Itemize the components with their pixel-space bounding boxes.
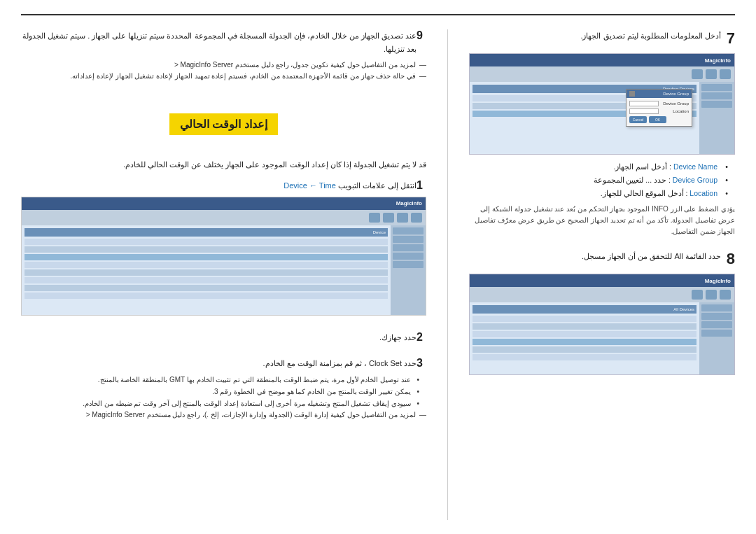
mi-row-8 [24, 293, 388, 299]
mi-row-2 [24, 246, 388, 253]
step1-text: انتقل إلى علامات التبويب [338, 181, 416, 190]
step7-number: 7 [727, 29, 735, 48]
step3-suffix: ، ثم قم بمزامنة الوقت مع الخادم. [262, 359, 366, 367]
mi-row-6 [24, 277, 388, 283]
step8-left-3 [701, 321, 732, 328]
mi-left-panel [391, 225, 426, 315]
dd-buttons: OK Cancel [629, 116, 689, 123]
device-group-desc-text: حدد ... لتعيين المجموعة [594, 176, 667, 184]
step1-link: Device ← Time [284, 181, 336, 190]
step8-number: 8 [727, 250, 735, 268]
step8-screenshot: MagicInfo [469, 274, 735, 375]
step3-row: 3 حدد Clock Set ، ثم قم بمزامنة الوقت مع… [21, 357, 426, 370]
dd-cancel-button[interactable]: Cancel [629, 116, 647, 123]
step7-left-3 [701, 101, 732, 108]
step9-text: عند تصديق الجهاز من خلال الخادم، فإن الج… [22, 31, 416, 53]
dd-close-button[interactable] [629, 91, 635, 97]
page-container: 9 عند تصديق الجهاز من خلال الخادم، فإن ا… [0, 0, 756, 534]
main-heading-box: إعداد الوقت الحالي [169, 113, 278, 135]
vertical-divider [447, 29, 448, 520]
info-note: يؤدي الضغط على الزر INFO الموجود بجهاز ا… [469, 204, 735, 237]
step2-content: حدد جهازك. [21, 331, 416, 344]
step7-nav-3 [692, 69, 703, 79]
nav-icon-3 [383, 213, 394, 223]
mi-left-item-1 [393, 227, 424, 234]
step7-top-bar: MagicInfo [470, 54, 734, 66]
step9-section: 9 عند تصديق الجهاز من خلال الخادم، فإن ا… [21, 29, 426, 82]
step7-left-2 [701, 92, 732, 99]
step8-row-4 [472, 339, 696, 345]
nav-icon-4 [369, 213, 380, 223]
mi-top-bar: MagicInfo [22, 197, 426, 210]
step8-left-2 [701, 313, 732, 320]
step8-top-bar: MagicInfo [470, 274, 734, 287]
step7-right-panel: Pending Devices Device Group [470, 82, 699, 154]
mi-logo: MagicInfo [396, 200, 422, 206]
dd-titlebar: Device Group [626, 90, 692, 98]
step3-highlight: Clock Set [369, 359, 402, 367]
dd-ok-button[interactable]: OK [649, 116, 666, 123]
step3-number: 3 [416, 357, 423, 370]
step8-right-panel: All Devices [470, 302, 699, 374]
mi-left-item-2 [393, 236, 424, 243]
dd-body: Device Group Location OK [626, 98, 692, 126]
step7-content-area: Pending Devices Device Group [470, 82, 734, 154]
main-content: 9 عند تصديق الجهاز من خلال الخادم، فإن ا… [21, 29, 735, 520]
mi-row-3 [24, 254, 388, 260]
step2-row: 2 حدد جهازك. [21, 331, 426, 344]
dd-location-label: Location [661, 109, 689, 113]
bullet-item-3: سيودي إيقاف تشغيل المنتج وتشغيله مرة أخر… [21, 398, 419, 409]
dd-device-group-input[interactable] [629, 101, 659, 106]
device-name-desc: : [667, 162, 671, 171]
step8-row-6 [472, 354, 696, 360]
step7-text: أدخل المعلومات المطلوبة ليتم تصديق الجها… [469, 29, 721, 43]
step8-row-2 [472, 323, 696, 330]
dd-row-1: Device Group [629, 101, 689, 106]
step1-row: 1 انتقل إلى علامات التبويب Device ← Time [21, 179, 426, 192]
step1-screenshot: MagicInfo [21, 197, 426, 316]
step7-bullets: Device Name : أدخل اسم الجهاز. Device Gr… [469, 160, 735, 200]
step8-row-5 [472, 346, 696, 353]
bullet-item-1: عند توصيل الخادم لأول مرة، يتم ضبط الوقت… [21, 374, 419, 386]
step8-section: 8 حدد القائمة All للتحقق من أن الجهاز مس… [469, 250, 735, 381]
right-column: 7 أدخل المعلومات المطلوبة ليتم تصديق الج… [469, 29, 735, 520]
dd-device-group-label: Device Group [661, 101, 689, 106]
mi-table-hdr: Device [24, 228, 388, 237]
step8-row-3 [472, 331, 696, 337]
location-desc-text: أدخل الموقع الحالي للجهاز. [601, 189, 684, 197]
step8-nav-3 [692, 290, 703, 300]
step7-row: 7 أدخل المعلومات المطلوبة ليتم تصديق الج… [469, 29, 735, 48]
device-name-label: Device Name [673, 162, 718, 171]
note2-line: في حالة حذف جهاز من قائمة الأجهزة المعتم… [21, 71, 426, 82]
step7-bullet-location: Location : أدخل الموقع الحالي للجهاز. [469, 187, 728, 200]
section-desc: قد لا يتم تشغيل الجدولة إذا كان إعداد ال… [21, 158, 426, 172]
step1-section: 1 انتقل إلى علامات التبويب Device ← Time… [21, 179, 426, 316]
step2-section: 2 حدد جهازك. [21, 331, 426, 349]
device-name-desc-text: أدخل اسم الجهاز. [613, 162, 667, 171]
dd-location-input[interactable] [629, 108, 659, 114]
step1-content: انتقل إلى علامات التبويب Device ← Time [21, 179, 416, 192]
nav-icon-2 [397, 213, 408, 223]
bullet-item-2: يمكن تغيير الوقت بالمنتج من الخادم كما ه… [21, 386, 419, 398]
mi-left-item-3 [393, 244, 424, 251]
mi-row-4 [24, 262, 388, 268]
step3-prefix: حدد [402, 359, 416, 367]
step8-nav-bar [470, 287, 734, 302]
step1-number: 1 [416, 179, 423, 192]
step8-left-4 [701, 330, 732, 337]
note3-line: لمزيد من التفاصيل حول كيفية إدارة الوقت … [21, 409, 426, 421]
heading-wrapper: إعداد الوقت الحالي [21, 101, 426, 148]
mi-right-panel: Device [22, 225, 391, 315]
step8-nav-2 [706, 290, 717, 300]
step8-logo: MagicInfo [705, 278, 731, 284]
step7-left-1 [701, 84, 732, 91]
bullet-list: عند توصيل الخادم لأول مرة، يتم ضبط الوقت… [21, 374, 426, 409]
left-column: 9 عند تصديق الجهاز من خلال الخادم، فإن ا… [21, 29, 426, 520]
step7-section: 7 أدخل المعلومات المطلوبة ليتم تصديق الج… [469, 29, 735, 237]
step3-content: حدد Clock Set ، ثم قم بمزامنة الوقت مع ا… [21, 357, 416, 370]
step7-nav-1 [720, 69, 731, 79]
step8-table-hdr: All Devices [472, 305, 696, 314]
step8-nav-1 [720, 290, 731, 300]
step7-screenshot: MagicInfo [469, 53, 735, 155]
step2-number: 2 [416, 331, 423, 344]
